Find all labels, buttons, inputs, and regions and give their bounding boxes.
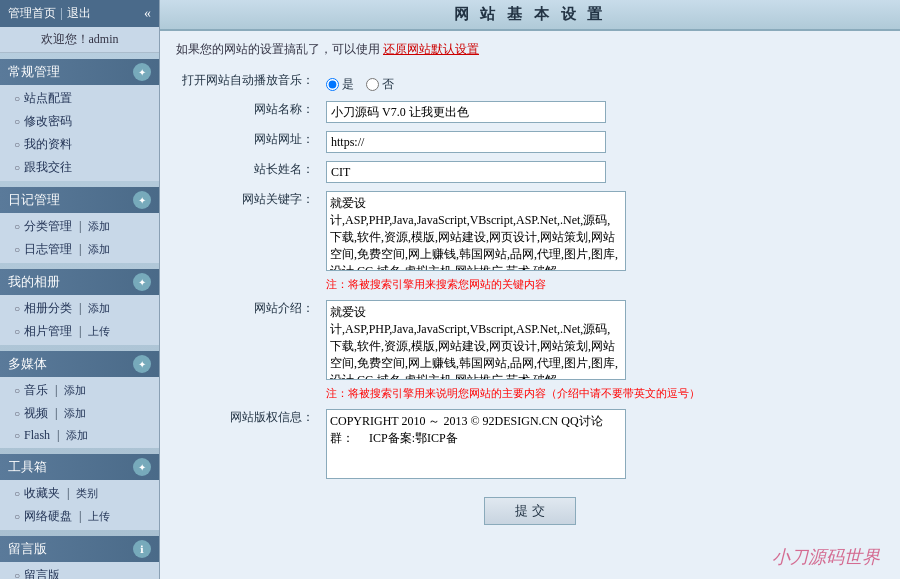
- sidebar-item-site-config[interactable]: ○站点配置: [0, 87, 159, 110]
- collapse-icon[interactable]: «: [144, 6, 151, 22]
- keywords-textarea[interactable]: 就爱设 计,ASP,PHP,Java,JavaScript,VBscript,A…: [326, 191, 626, 271]
- intro-textarea[interactable]: 就爱设 计,ASP,PHP,Java,JavaScript,VBscript,A…: [326, 300, 626, 380]
- section-media: 多媒体 ✦ ○音乐 | 添加 ○视频 | 添加 ○Flash | 添加: [0, 351, 159, 448]
- site-name-label: 网站名称：: [176, 97, 320, 127]
- intro-row: 网站介绍： 就爱设 计,ASP,PHP,Java,JavaScript,VBsc…: [176, 296, 884, 405]
- section-guestbook: 留言版 ℹ ○留言版: [0, 536, 159, 579]
- section-tools-title: 工具箱 ✦: [0, 454, 159, 480]
- webmaster-label: 站长姓名：: [176, 157, 320, 187]
- sidebar-welcome: 欢迎您！admin: [0, 27, 159, 53]
- sidebar-item-diary-manage[interactable]: ○日志管理 | 添加: [0, 238, 159, 261]
- section-normal: 常规管理 ✦ ○站点配置 ○修改密码 ○我的资料 ○跟我交往: [0, 59, 159, 181]
- intro-value: 就爱设 计,ASP,PHP,Java,JavaScript,VBscript,A…: [320, 296, 884, 405]
- logout-link[interactable]: 退出: [67, 5, 91, 22]
- sidebar-item-guestbook[interactable]: ○留言版: [0, 564, 159, 579]
- sidebar-item-contact[interactable]: ○跟我交往: [0, 156, 159, 179]
- restore-notice: 如果您的网站的设置搞乱了，可以使用 还原网站默认设置: [176, 41, 884, 58]
- webmaster-row: 站长姓名：: [176, 157, 884, 187]
- guestbook-icon: ℹ: [133, 540, 151, 558]
- site-name-value: [320, 97, 884, 127]
- copyright-row: 网站版权信息： COPYRIGHT 2010 ～ 2013 © 92DESIGN…: [176, 405, 884, 487]
- intro-note: 注：将被搜索引擎用来说明您网站的主要内容（介绍中请不要带英文的逗号）: [326, 386, 878, 401]
- music-no-text: 否: [382, 76, 394, 93]
- music-value: 是 否: [320, 68, 884, 97]
- tools-icon: ✦: [133, 458, 151, 476]
- sidebar-item-netdisk[interactable]: ○网络硬盘 | 上传: [0, 505, 159, 528]
- section-diary-title: 日记管理 ✦: [0, 187, 159, 213]
- copyright-textarea[interactable]: COPYRIGHT 2010 ～ 2013 © 92DESIGN.CN QQ讨论…: [326, 409, 626, 479]
- keywords-note: 注：将被搜索引擎用来搜索您网站的关键内容: [326, 277, 878, 292]
- site-url-label: 网站网址：: [176, 127, 320, 157]
- webmaster-input[interactable]: [326, 161, 606, 183]
- sidebar-header: 管理首页 | 退出 «: [0, 0, 159, 27]
- sidebar-item-photo-manage[interactable]: ○相片管理 | 上传: [0, 320, 159, 343]
- submit-button[interactable]: 提 交: [484, 497, 575, 525]
- site-name-row: 网站名称：: [176, 97, 884, 127]
- main-content: 如果您的网站的设置搞乱了，可以使用 还原网站默认设置 打开网站自动播放音乐： 是…: [160, 31, 900, 579]
- webmaster-value: [320, 157, 884, 187]
- music-no-radio[interactable]: [366, 78, 379, 91]
- home-link[interactable]: 管理首页: [8, 5, 56, 22]
- sidebar-item-diary-category[interactable]: ○分类管理 | 添加: [0, 215, 159, 238]
- music-yes-label[interactable]: 是: [326, 76, 354, 93]
- sidebar-item-video[interactable]: ○视频 | 添加: [0, 402, 159, 425]
- submit-row: 提 交: [176, 497, 884, 525]
- copyright-label: 网站版权信息：: [176, 405, 320, 487]
- music-yes-radio[interactable]: [326, 78, 339, 91]
- main-panel: 网 站 基 本 设 置 如果您的网站的设置搞乱了，可以使用 还原网站默认设置 打…: [160, 0, 900, 579]
- watermark: 小刀源码世界: [772, 545, 880, 569]
- sidebar-item-album-category[interactable]: ○相册分类 | 添加: [0, 297, 159, 320]
- diary-icon: ✦: [133, 191, 151, 209]
- sidebar-item-flash[interactable]: ○Flash | 添加: [0, 425, 159, 446]
- sidebar-item-change-password[interactable]: ○修改密码: [0, 110, 159, 133]
- settings-form: 打开网站自动播放音乐： 是 否 网站名称：: [176, 68, 884, 487]
- keywords-row: 网站关键字： 就爱设 计,ASP,PHP,Java,JavaScript,VBs…: [176, 187, 884, 296]
- section-normal-title: 常规管理 ✦: [0, 59, 159, 85]
- music-row: 打开网站自动播放音乐： 是 否: [176, 68, 884, 97]
- section-tools: 工具箱 ✦ ○收藏夹 | 类别 ○网络硬盘 | 上传: [0, 454, 159, 530]
- keywords-value: 就爱设 计,ASP,PHP,Java,JavaScript,VBscript,A…: [320, 187, 884, 296]
- site-url-input[interactable]: [326, 131, 606, 153]
- music-no-label[interactable]: 否: [366, 76, 394, 93]
- sidebar-item-music[interactable]: ○音乐 | 添加: [0, 379, 159, 402]
- normal-icon: ✦: [133, 63, 151, 81]
- site-name-input[interactable]: [326, 101, 606, 123]
- media-icon: ✦: [133, 355, 151, 373]
- album-icon: ✦: [133, 273, 151, 291]
- intro-label: 网站介绍：: [176, 296, 320, 405]
- restore-link[interactable]: 还原网站默认设置: [383, 42, 479, 56]
- copyright-value: COPYRIGHT 2010 ～ 2013 © 92DESIGN.CN QQ讨论…: [320, 405, 884, 487]
- section-album-title: 我的相册 ✦: [0, 269, 159, 295]
- section-album: 我的相册 ✦ ○相册分类 | 添加 ○相片管理 | 上传: [0, 269, 159, 345]
- site-url-row: 网站网址：: [176, 127, 884, 157]
- keywords-label: 网站关键字：: [176, 187, 320, 296]
- sidebar: 管理首页 | 退出 « 欢迎您！admin 常规管理 ✦ ○站点配置 ○修改密码…: [0, 0, 160, 579]
- music-yes-text: 是: [342, 76, 354, 93]
- sidebar-item-my-profile[interactable]: ○我的资料: [0, 133, 159, 156]
- page-title: 网 站 基 本 设 置: [160, 0, 900, 31]
- music-label: 打开网站自动播放音乐：: [176, 68, 320, 97]
- section-guestbook-title: 留言版 ℹ: [0, 536, 159, 562]
- site-url-value: [320, 127, 884, 157]
- section-diary: 日记管理 ✦ ○分类管理 | 添加 ○日志管理 | 添加: [0, 187, 159, 263]
- section-media-title: 多媒体 ✦: [0, 351, 159, 377]
- sidebar-item-favorites[interactable]: ○收藏夹 | 类别: [0, 482, 159, 505]
